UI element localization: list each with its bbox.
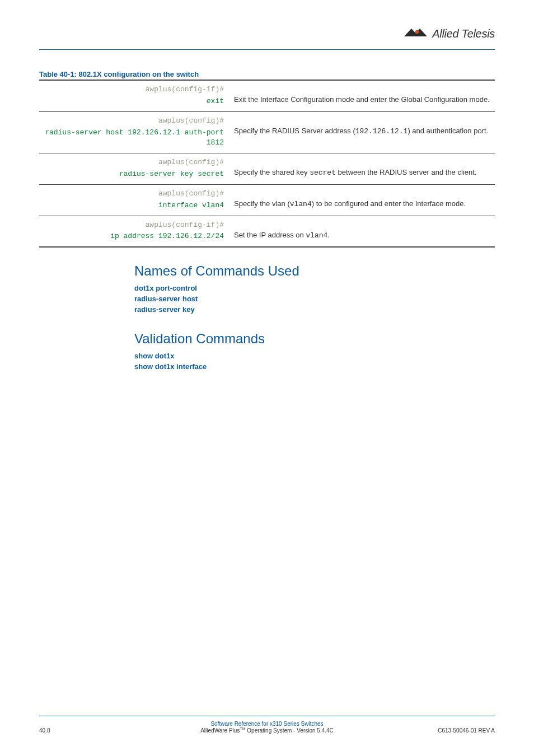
description-cell: Set the IP address on vlan4. bbox=[229, 216, 495, 247]
doc-id: C613-50046-01 REV A bbox=[428, 727, 495, 734]
table-row: awplus(config-if)# exit Exit the Interfa… bbox=[39, 80, 495, 111]
command-cell: awplus(config)# interface vlan4 bbox=[39, 184, 229, 216]
table-row: awplus(config)# radius-server key secret… bbox=[39, 153, 495, 185]
cli-command: radius-server key secret bbox=[119, 170, 224, 178]
cli-command: exit bbox=[207, 97, 224, 105]
header-row: Allied Telesis bbox=[39, 22, 495, 45]
description-text: Specify the RADIUS Server address ( bbox=[234, 127, 355, 135]
names-of-commands-list: dot1x port-control radius-server host ra… bbox=[134, 283, 495, 315]
footer-center: Software Reference for x310 Series Switc… bbox=[106, 721, 428, 734]
description-cell: Exit the Interface Configuration mode an… bbox=[229, 80, 495, 111]
command-link[interactable]: show dot1x interface bbox=[134, 362, 495, 372]
page-footer: 40.8 Software Reference for x310 Series … bbox=[39, 716, 495, 734]
trademark-icon: TM bbox=[240, 727, 245, 731]
command-link[interactable]: show dot1x bbox=[134, 351, 495, 362]
page-root: Allied Telesis Table 40-1: 802.1X config… bbox=[0, 0, 534, 756]
description-text: ) and authentication port. bbox=[407, 127, 488, 135]
table-row: awplus(config)# interface vlan4 Specify … bbox=[39, 184, 495, 216]
footer-line1: Software Reference for x310 Series Switc… bbox=[106, 721, 428, 727]
page-number: 40.8 bbox=[39, 727, 106, 734]
description-cell: Specify the shared key secret between th… bbox=[229, 153, 495, 185]
cli-command: ip address 192.126.12.2/24 bbox=[110, 232, 224, 240]
command-cell: awplus(config-if)# exit bbox=[39, 80, 229, 111]
description-cell: Specify the RADIUS Server address (192.1… bbox=[229, 111, 495, 153]
command-link[interactable]: dot1x port-control bbox=[134, 283, 495, 294]
command-link[interactable]: radius-server host bbox=[134, 294, 495, 305]
cli-prompt: awplus(config)# bbox=[44, 157, 224, 168]
brand-name: Allied Telesis bbox=[432, 27, 495, 40]
description-text: . bbox=[327, 231, 330, 239]
command-cell: awplus(config-if)# ip address 192.126.12… bbox=[39, 216, 229, 247]
validation-commands-heading: Validation Commands bbox=[134, 331, 495, 347]
table-row: awplus(config-if)# ip address 192.126.12… bbox=[39, 216, 495, 247]
header-divider bbox=[39, 49, 495, 50]
names-of-commands-heading: Names of Commands Used bbox=[134, 263, 495, 279]
footer-line2: AlliedWare PlusTM Operating System - Ver… bbox=[106, 727, 428, 734]
config-table: awplus(config-if)# exit Exit the Interfa… bbox=[39, 80, 495, 248]
inline-code: vlan4 bbox=[290, 200, 312, 208]
command-cell: awplus(config)# radius-server key secret bbox=[39, 153, 229, 185]
cli-command: interface vlan4 bbox=[158, 201, 224, 209]
cli-command: radius-server host 192.126.12.1 auth-por… bbox=[45, 128, 224, 147]
cli-prompt: awplus(config-if)# bbox=[44, 85, 224, 95]
description-text: Exit the Interface Configuration mode an… bbox=[234, 95, 490, 104]
cli-prompt: awplus(config-if)# bbox=[44, 220, 224, 231]
description-text: Set the IP address on bbox=[234, 231, 306, 239]
footer-product: AlliedWare Plus bbox=[200, 727, 240, 734]
command-link[interactable]: radius-server key bbox=[134, 305, 495, 315]
table-row: awplus(config)# radius-server host 192.1… bbox=[39, 111, 495, 153]
description-text: Specify the vlan ( bbox=[234, 199, 290, 208]
brand-logo: Allied Telesis bbox=[404, 27, 495, 40]
svg-point-2 bbox=[415, 30, 419, 34]
brand-mark-icon bbox=[404, 27, 429, 40]
table-title: Table 40-1: 802.1X configuration on the … bbox=[39, 70, 495, 78]
inline-code: vlan4 bbox=[306, 231, 327, 240]
inline-code: secret bbox=[310, 169, 336, 177]
description-text: Specify the shared key bbox=[234, 168, 310, 176]
validation-commands-list: show dot1x show dot1x interface bbox=[134, 351, 495, 372]
cli-prompt: awplus(config)# bbox=[44, 116, 224, 127]
description-text: ) to be configured and enter the Interfa… bbox=[312, 199, 466, 208]
footer-version: Operating System - Version 5.4.4C bbox=[246, 727, 334, 734]
command-cell: awplus(config)# radius-server host 192.1… bbox=[39, 111, 229, 153]
description-cell: Specify the vlan (vlan4) to be configure… bbox=[229, 184, 495, 216]
cli-prompt: awplus(config)# bbox=[44, 189, 224, 199]
inline-code: 192.126.12.1 bbox=[355, 127, 408, 136]
description-text: between the RADIUS server and the client… bbox=[336, 168, 476, 176]
